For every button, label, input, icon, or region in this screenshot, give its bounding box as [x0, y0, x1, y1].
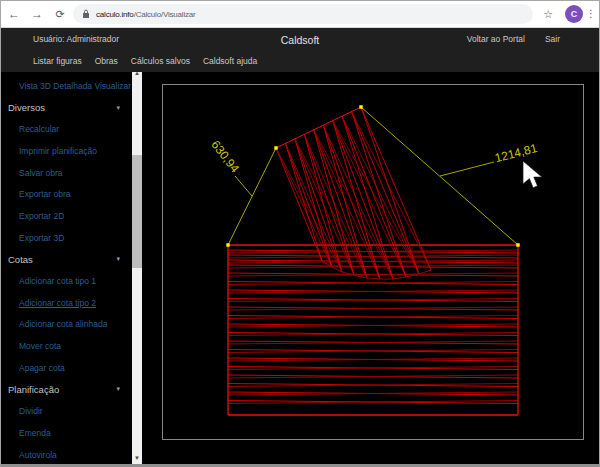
- bookmark-star-icon[interactable]: ☆: [543, 0, 553, 28]
- sidebar-item-recalcular[interactable]: Recalcular: [0, 118, 132, 140]
- sidebar-item-exportar-2d[interactable]: Exportar 2D: [0, 205, 132, 227]
- back-icon[interactable]: ←: [4, 0, 24, 28]
- scrollbar-thumb[interactable]: [132, 155, 142, 268]
- sidebar-item-adicionar-cota-tipo-1[interactable]: Adicionar cota tipo 1: [0, 270, 132, 292]
- app-topbar: Usuário: Administrador Caldsoft Voltar a…: [0, 28, 600, 72]
- sidebar-scrollbar[interactable]: ▲ ▼: [132, 68, 142, 464]
- sidebar-item-salvar-obra[interactable]: Salvar obra: [0, 162, 132, 184]
- menu-item-listar-figuras[interactable]: Listar figuras: [33, 56, 82, 66]
- sidebar-item-mover-cota[interactable]: Mover cota: [0, 335, 132, 357]
- app-header: Usuário: Administrador Caldsoft Voltar a…: [0, 28, 600, 50]
- sidebar-item-autovirola[interactable]: Autovirola: [0, 444, 132, 466]
- reload-icon[interactable]: ⟳: [50, 0, 70, 28]
- address-bar[interactable]: calculo.info/Calculo/Visualizar: [73, 4, 533, 24]
- logout-link[interactable]: Sair: [545, 34, 560, 44]
- sidebar-section-cotas[interactable]: Cotas▾: [0, 249, 132, 271]
- sidebar-item-imprimir-planificacao[interactable]: Imprimir planificação: [0, 140, 132, 162]
- sidebar-item-apagar-cota[interactable]: Apagar cota: [0, 357, 132, 379]
- sidebar-item-exportar-obra[interactable]: Exportar obra: [0, 183, 132, 205]
- sidebar-item-dividir[interactable]: Dividir: [0, 400, 132, 422]
- lock-icon: [82, 9, 90, 19]
- drawing-canvas[interactable]: [162, 84, 584, 440]
- sidebar-section-planificacao[interactable]: Planificação▾: [0, 379, 132, 401]
- chevron-down-icon: ▾: [116, 104, 120, 112]
- scroll-down-icon[interactable]: ▼: [132, 453, 142, 464]
- sidebar-item-adicionar-cota-alinhada[interactable]: Adicionar cota alinhada: [0, 314, 132, 336]
- menu-item-caldsoft-ajuda[interactable]: Caldsoft ajuda: [203, 56, 257, 66]
- sidebar-section-diversos[interactable]: Diversos▾: [0, 97, 132, 119]
- chevron-down-icon: ▾: [116, 255, 120, 263]
- menu-item-obras[interactable]: Obras: [95, 56, 118, 66]
- browser-menu-icon[interactable]: ⋮: [586, 0, 596, 28]
- url-host: calculo.info: [96, 10, 134, 19]
- sidebar-item-adicionar-cota-tipo-2[interactable]: Adicionar cota tipo 2: [0, 292, 132, 314]
- menu-item-calculos-salvos[interactable]: Cálculos salvos: [131, 56, 190, 66]
- avatar[interactable]: C: [565, 5, 583, 23]
- browser-chrome: ← → ⟳ calculo.info/Calculo/Visualizar ☆ …: [0, 0, 600, 28]
- forward-icon[interactable]: →: [27, 0, 47, 28]
- sidebar: Vista 3D Detalhada Visualizar Diversos▾ …: [0, 72, 132, 467]
- sidebar-item-exportar-3d[interactable]: Exportar 3D: [0, 227, 132, 249]
- portal-link[interactable]: Voltar ao Portal: [467, 34, 525, 44]
- app-menu: Listar figuras Obras Cálculos salvos Cal…: [0, 50, 600, 72]
- sidebar-item-vista-3d-detalhada-visualizar[interactable]: Vista 3D Detalhada Visualizar: [0, 75, 132, 97]
- chevron-down-icon: ▾: [116, 385, 120, 393]
- url-path: /Calculo/Visualizar: [134, 10, 196, 19]
- url-text: calculo.info/Calculo/Visualizar: [96, 10, 196, 19]
- sidebar-item-emenda[interactable]: Emenda: [0, 422, 132, 444]
